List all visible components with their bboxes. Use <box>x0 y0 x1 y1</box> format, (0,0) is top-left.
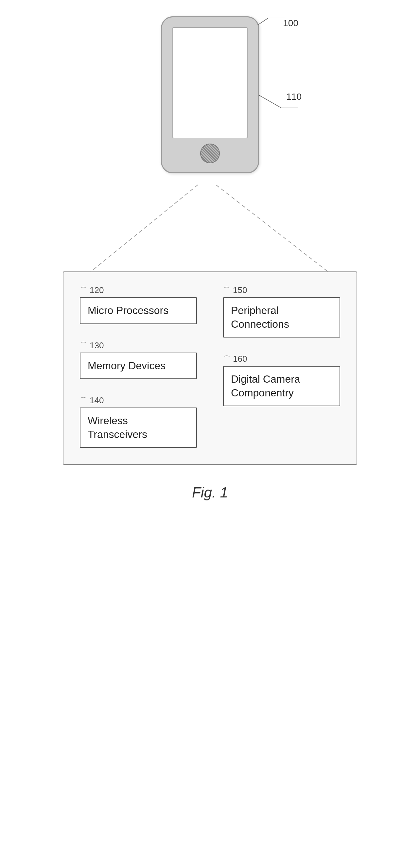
digital-camera-box: Digital CameraComponentry <box>223 366 340 406</box>
diagram-section: ⌒ 120 Micro Processors ⌒ 130 Memory Devi… <box>63 272 357 465</box>
diagram-box: ⌒ 120 Micro Processors ⌒ 130 Memory Devi… <box>63 272 357 465</box>
component-memory-devices: ⌒ 130 Memory Devices <box>80 340 197 379</box>
memory-devices-box: Memory Devices <box>80 352 197 379</box>
component-wireless-transceivers: ⌒ 140 WirelessTransceivers <box>80 395 197 448</box>
peripheral-connections-box: PeripheralConnections <box>223 297 340 338</box>
wireless-transceivers-box: WirelessTransceivers <box>80 407 197 448</box>
component-digital-camera: ⌒ 160 Digital CameraComponentry <box>223 354 340 406</box>
component-peripheral-connections: ⌒ 150 PeripheralConnections <box>223 285 340 338</box>
ref-140: ⌒ 140 <box>80 395 197 406</box>
page-container: 100 110 ⌒ 120 Micro Processors <box>0 0 420 868</box>
phone-screen <box>172 27 248 138</box>
phone-home-button <box>200 144 220 163</box>
phone-device <box>161 17 259 173</box>
figure-label: Fig. 1 <box>192 484 228 501</box>
ref-label-110: 110 <box>286 92 302 102</box>
phone-wrapper: 100 110 <box>161 17 259 173</box>
micro-processors-box: Micro Processors <box>80 297 197 324</box>
ref-label-100: 100 <box>283 18 298 28</box>
ref-150: ⌒ 150 <box>223 285 340 295</box>
ref-130: ⌒ 130 <box>80 340 197 350</box>
ref-160: ⌒ 160 <box>223 354 340 364</box>
left-column: ⌒ 120 Micro Processors ⌒ 130 Memory Devi… <box>80 285 210 448</box>
ref-120: ⌒ 120 <box>80 285 197 295</box>
phone-section: 100 110 <box>0 17 420 173</box>
component-micro-processors: ⌒ 120 Micro Processors <box>80 285 197 324</box>
right-column: ⌒ 150 PeripheralConnections ⌒ 160 Digita… <box>210 285 340 448</box>
